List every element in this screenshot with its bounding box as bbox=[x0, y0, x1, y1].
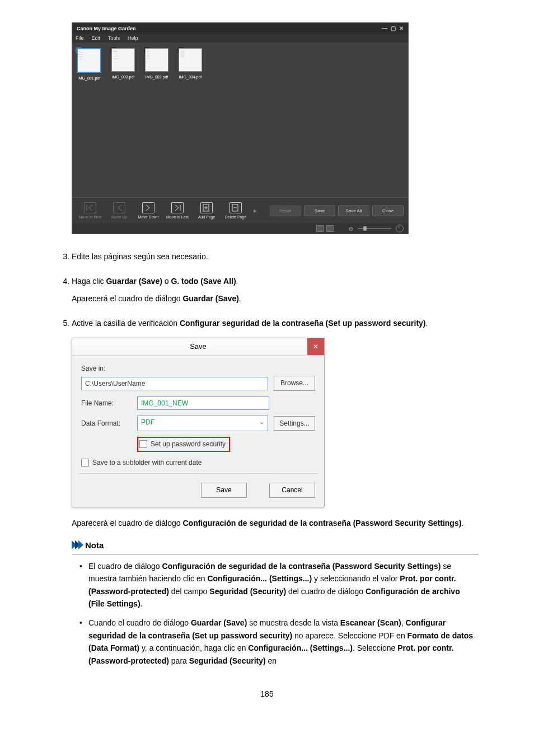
window-titlebar: Canon My Image Garden — ▢ ✕ bbox=[72, 23, 408, 34]
thumbnail-label: IMG_003.pdf bbox=[146, 75, 168, 79]
dataformat-select[interactable]: PDF bbox=[137, 416, 268, 431]
dialog-cancel-button[interactable]: Cancel bbox=[269, 483, 315, 498]
dataformat-label: Data Format: bbox=[81, 418, 132, 429]
nota-list: El cuadro de diálogo Configuración de se… bbox=[72, 560, 478, 667]
nota-item: Cuando el cuadro de diálogo Guardar (Sav… bbox=[88, 617, 478, 667]
minimize-icon[interactable]: — bbox=[382, 25, 387, 31]
nota-header: Nota bbox=[72, 539, 478, 554]
thumbnail-label: IMG_001.pdf bbox=[78, 76, 100, 80]
view-mode-icon[interactable] bbox=[326, 225, 334, 232]
menu-edit[interactable]: Edit bbox=[92, 35, 101, 41]
password-security-label: Set up password security bbox=[151, 439, 226, 450]
nav-arrow-icon[interactable]: ▸ bbox=[254, 207, 257, 214]
close-button[interactable]: Close bbox=[372, 206, 404, 216]
instruction-list: Edite las páginas según sea necesario. H… bbox=[56, 251, 478, 667]
move-up-icon bbox=[113, 202, 125, 213]
close-icon[interactable]: ✕ bbox=[399, 25, 404, 31]
thumbnail-item[interactable]: 3 ════════ IMG_003.pdf bbox=[145, 48, 168, 79]
thumbnail-label: IMG_002.pdf bbox=[112, 75, 134, 79]
delete-page-button[interactable]: Delete Page bbox=[222, 201, 249, 220]
move-down-button[interactable]: Move Down bbox=[135, 201, 162, 220]
menu-bar: File Edit Tools Help bbox=[72, 34, 408, 43]
save-dialog: Save ✕ Save in: C:\Users\UserName Browse… bbox=[72, 338, 325, 507]
step-4-subtext: Aparecerá el cuadro de diálogo Guardar (… bbox=[72, 293, 478, 305]
step-4: Haga clic Guardar (Save) o G. todo (Save… bbox=[72, 276, 478, 305]
add-page-button[interactable]: Add Page bbox=[193, 201, 220, 220]
nota-title: Nota bbox=[85, 539, 104, 552]
password-security-checkbox[interactable] bbox=[139, 440, 147, 448]
password-security-highlight: Set up password security bbox=[137, 437, 230, 452]
thumbnail-preview: ▬▬──────────── bbox=[111, 48, 135, 72]
thumbnail-preview: ════════ bbox=[145, 48, 168, 72]
save-in-label: Save in: bbox=[81, 363, 315, 374]
thumbnail-label: IMG_004.pdf bbox=[179, 75, 202, 79]
dialog-close-button[interactable]: ✕ bbox=[307, 338, 324, 355]
app-window: Canon My Image Garden — ▢ ✕ File Edit To… bbox=[72, 22, 409, 234]
chevron-icon bbox=[72, 540, 82, 549]
zoom-in-icon[interactable] bbox=[396, 225, 404, 232]
save-path-input[interactable]: C:\Users\UserName bbox=[81, 377, 268, 390]
move-down-icon bbox=[142, 202, 154, 213]
thumbnail-preview: ≡≡≡≡≡≡≡≡≡≡≡≡ bbox=[77, 48, 101, 73]
move-up-button: Move Up bbox=[106, 201, 133, 220]
move-to-first-button: Move to First bbox=[77, 201, 104, 220]
dialog-titlebar: Save ✕ bbox=[72, 338, 324, 356]
reset-button: Reset bbox=[270, 206, 301, 216]
menu-tools[interactable]: Tools bbox=[108, 35, 120, 41]
status-bar: ⊖ bbox=[72, 223, 408, 234]
thumbnail-area: 1 ≡≡≡≡≡≡≡≡≡≡≡≡ IMG_001.pdf 2 ▬▬─────────… bbox=[72, 43, 408, 197]
add-page-icon bbox=[200, 202, 213, 213]
dialog-title: Save bbox=[190, 342, 207, 351]
window-title: Canon My Image Garden bbox=[77, 26, 136, 31]
menu-file[interactable]: File bbox=[76, 35, 84, 41]
step-5: Active la casilla de verificación Config… bbox=[72, 318, 478, 667]
menu-help[interactable]: Help bbox=[128, 35, 138, 41]
browse-button[interactable]: Browse... bbox=[274, 376, 315, 391]
thumbnail-preview: ░░░░░░░░░ bbox=[179, 48, 202, 72]
thumbnail-item[interactable]: 1 ≡≡≡≡≡≡≡≡≡≡≡≡ IMG_001.pdf bbox=[77, 48, 101, 80]
filename-label: File Name: bbox=[81, 398, 132, 409]
thumbnail-item[interactable]: 2 ▬▬──────────── IMG_002.pdf bbox=[111, 48, 135, 79]
nota-block: Nota El cuadro de diálogo Configuración … bbox=[72, 539, 478, 667]
view-mode-icon[interactable] bbox=[316, 225, 324, 232]
bottom-toolbar: Move to First Move Up Move Down Move to … bbox=[72, 197, 408, 223]
move-to-last-button[interactable]: Move to Last bbox=[164, 201, 191, 220]
zoom-slider[interactable] bbox=[358, 228, 391, 229]
filename-input[interactable]: IMG_001_NEW bbox=[137, 396, 269, 410]
dialog-separator bbox=[79, 473, 317, 474]
thumbnail-item[interactable]: 4 ░░░░░░░░░ IMG_004.pdf bbox=[179, 48, 202, 79]
step-5-after: Aparecerá el cuadro de diálogo Configura… bbox=[72, 517, 478, 530]
subfolder-checkbox[interactable] bbox=[81, 459, 89, 466]
maximize-icon[interactable]: ▢ bbox=[391, 25, 396, 31]
save-button[interactable]: Save bbox=[304, 206, 335, 216]
save-all-button[interactable]: Save All bbox=[338, 206, 369, 216]
zoom-out-icon[interactable]: ⊖ bbox=[349, 226, 353, 232]
move-first-icon bbox=[84, 202, 96, 213]
settings-button[interactable]: Settings... bbox=[274, 416, 315, 431]
dialog-save-button[interactable]: Save bbox=[201, 483, 247, 498]
step-3: Edite las páginas según sea necesario. bbox=[72, 251, 478, 263]
delete-page-icon bbox=[229, 202, 242, 213]
subfolder-label: Save to a subfolder with current date bbox=[92, 458, 202, 468]
move-last-icon bbox=[171, 202, 184, 213]
page-number: 185 bbox=[56, 689, 478, 698]
nota-item: El cuadro de diálogo Configuración de se… bbox=[88, 560, 478, 610]
